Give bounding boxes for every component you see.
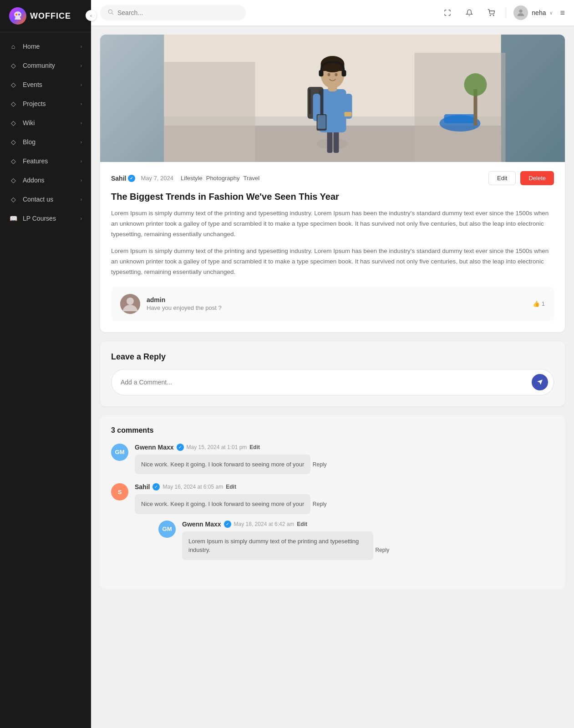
sidebar-item-community-label: Community bbox=[23, 62, 55, 69]
chevron-right-icon: › bbox=[81, 44, 82, 49]
sidebar-item-lp-courses[interactable]: 📖 LP Courses › bbox=[0, 209, 91, 228]
comment-header: Sahil ✓ May 16, 2024 at 6:05 am Edit bbox=[135, 483, 554, 490]
like-button[interactable]: 👍 1 bbox=[533, 300, 545, 307]
sidebar-logo: WOFFICE ‹ bbox=[0, 0, 91, 32]
nested-reply-button[interactable]: Reply bbox=[375, 547, 389, 553]
like-count: 1 bbox=[542, 300, 545, 307]
sidebar-item-community[interactable]: ◇ Community › bbox=[0, 56, 91, 75]
svg-point-6 bbox=[519, 10, 523, 13]
fullscreen-button[interactable] bbox=[440, 5, 455, 20]
post-tags: Lifestyle Photography Travel bbox=[181, 175, 259, 182]
svg-rect-32 bbox=[319, 70, 324, 76]
svg-rect-11 bbox=[415, 53, 506, 162]
send-comment-button[interactable] bbox=[532, 374, 548, 390]
user-chevron-icon: ∨ bbox=[549, 10, 553, 15]
sidebar-item-projects[interactable]: ◇ Projects › bbox=[0, 94, 91, 113]
features-icon: ◇ bbox=[9, 157, 17, 165]
nested-comment-edit-link[interactable]: Edit bbox=[297, 521, 307, 527]
header-actions: neha ∨ ≡ bbox=[440, 5, 565, 20]
comments-section: 3 comments GM Gwenn Maxx ✓ May 15, 2024 … bbox=[100, 415, 565, 589]
search-input[interactable] bbox=[117, 9, 239, 16]
nested-comment-header: Gwenn Maxx ✓ May 18, 2024 at 6:42 am Edi… bbox=[182, 521, 554, 528]
nested-comment: GM Gwenn Maxx ✓ May 18, 2024 at 6:42 am … bbox=[158, 521, 554, 560]
nested-commenter-name: Gwenn Maxx bbox=[182, 521, 221, 528]
svg-line-3 bbox=[112, 13, 113, 15]
sidebar-item-contact-label: Contact us bbox=[23, 196, 53, 203]
sidebar-collapse-button[interactable]: ‹ bbox=[86, 10, 97, 21]
wiki-icon: ◇ bbox=[9, 119, 17, 127]
comments-count: 3 comments bbox=[111, 426, 554, 435]
comment-text: Nice work. Keep it going. I look forward… bbox=[135, 455, 310, 475]
hamburger-button[interactable]: ≡ bbox=[560, 8, 565, 18]
svg-point-15 bbox=[464, 73, 487, 96]
community-icon: ◇ bbox=[9, 61, 17, 70]
search-bar[interactable] bbox=[100, 5, 246, 20]
comment-edit-link[interactable]: Edit bbox=[249, 444, 260, 450]
svg-rect-10 bbox=[164, 62, 255, 162]
reply-button[interactable]: Reply bbox=[313, 501, 327, 507]
admin-avatar bbox=[120, 294, 140, 314]
sidebar-item-wiki-label: Wiki bbox=[23, 119, 35, 126]
comment-text: Nice work. Keep it going. I look forward… bbox=[135, 494, 310, 514]
post-tag-photography: Photography bbox=[206, 175, 240, 182]
edit-button[interactable]: Edit bbox=[488, 171, 516, 185]
post-hero-image bbox=[100, 35, 565, 162]
svg-rect-21 bbox=[309, 89, 311, 114]
post-title: The Biggest Trends in Fashion We've Seen… bbox=[100, 185, 565, 205]
chevron-right-icon: › bbox=[81, 197, 82, 202]
sidebar-item-projects-label: Projects bbox=[23, 100, 46, 107]
reply-title: Leave a Reply bbox=[111, 352, 554, 362]
sidebar-item-features-label: Features bbox=[23, 157, 48, 165]
comment-body: Sahil ✓ May 16, 2024 at 6:05 am Edit Nic… bbox=[135, 483, 554, 569]
search-icon bbox=[107, 9, 114, 17]
comment-date: May 15, 2024 at 1:01 pm bbox=[187, 444, 247, 450]
sidebar-item-home[interactable]: ⌂ Home › bbox=[0, 37, 91, 56]
post-tag-travel: Travel bbox=[243, 175, 259, 182]
svg-point-36 bbox=[127, 298, 134, 305]
comment-edit-link[interactable]: Edit bbox=[226, 484, 236, 490]
comment-input[interactable] bbox=[121, 379, 527, 386]
sidebar: WOFFICE ‹ ⌂ Home › ◇ Community › ◇ Event… bbox=[0, 0, 91, 728]
svg-rect-33 bbox=[342, 70, 346, 76]
post-body: Lorem Ipsum is simply dummy text of the … bbox=[100, 205, 565, 287]
svg-point-0 bbox=[15, 14, 17, 15]
logo-text: WOFFICE bbox=[30, 11, 71, 21]
notification-button[interactable] bbox=[462, 5, 477, 20]
commenter-name: Gwenn Maxx bbox=[135, 444, 174, 451]
events-icon: ◇ bbox=[9, 81, 17, 89]
sidebar-item-contact-us[interactable]: ◇ Contact us › bbox=[0, 190, 91, 209]
sidebar-item-events[interactable]: ◇ Events › bbox=[0, 75, 91, 94]
svg-point-5 bbox=[493, 15, 494, 15]
sidebar-item-blog[interactable]: ◇ Blog › bbox=[0, 132, 91, 152]
reply-button[interactable]: Reply bbox=[313, 461, 327, 468]
sidebar-item-addons[interactable]: ◇ Addons › bbox=[0, 171, 91, 190]
admin-message: Have you enjoyed the post ? bbox=[147, 304, 526, 311]
nested-comment-text: Lorem Ipsum is simply dummy text of the … bbox=[182, 531, 373, 560]
user-menu[interactable]: neha ∨ bbox=[513, 5, 553, 20]
chevron-right-icon: › bbox=[81, 82, 82, 87]
post-paragraph-2: Lorem Ipsum is simply dummy text of the … bbox=[111, 246, 554, 278]
sidebar-item-home-label: Home bbox=[23, 43, 40, 50]
post-meta: Sahil ✓ May 7, 2024 Lifestyle Photograph… bbox=[100, 162, 565, 185]
nested-comment-date: May 18, 2024 at 6:42 am bbox=[234, 521, 295, 527]
nested-commenter-avatar: GM bbox=[158, 521, 176, 538]
sidebar-item-blog-label: Blog bbox=[23, 138, 36, 146]
svg-point-2 bbox=[108, 10, 112, 13]
blog-icon: ◇ bbox=[9, 138, 17, 146]
delete-button[interactable]: Delete bbox=[520, 171, 554, 185]
main-content: Sahil ✓ May 7, 2024 Lifestyle Photograph… bbox=[91, 25, 574, 728]
sidebar-item-features[interactable]: ◇ Features › bbox=[0, 152, 91, 171]
sidebar-nav: ⌂ Home › ◇ Community › ◇ Events › ◇ Proj… bbox=[0, 32, 91, 728]
svg-point-1 bbox=[18, 14, 20, 15]
cart-button[interactable] bbox=[484, 5, 498, 20]
post-actions: Edit Delete bbox=[488, 171, 554, 185]
svg-rect-13 bbox=[444, 114, 476, 123]
sidebar-item-wiki[interactable]: ◇ Wiki › bbox=[0, 113, 91, 132]
projects-icon: ◇ bbox=[9, 100, 17, 108]
svg-rect-18 bbox=[334, 130, 339, 153]
post-card: Sahil ✓ May 7, 2024 Lifestyle Photograph… bbox=[100, 35, 565, 332]
comment-item: S Sahil ✓ May 16, 2024 at 6:05 am Edit N… bbox=[111, 483, 554, 569]
svg-point-31 bbox=[335, 73, 338, 76]
chevron-right-icon: › bbox=[81, 101, 82, 106]
commenter-name: Sahil bbox=[135, 483, 150, 490]
